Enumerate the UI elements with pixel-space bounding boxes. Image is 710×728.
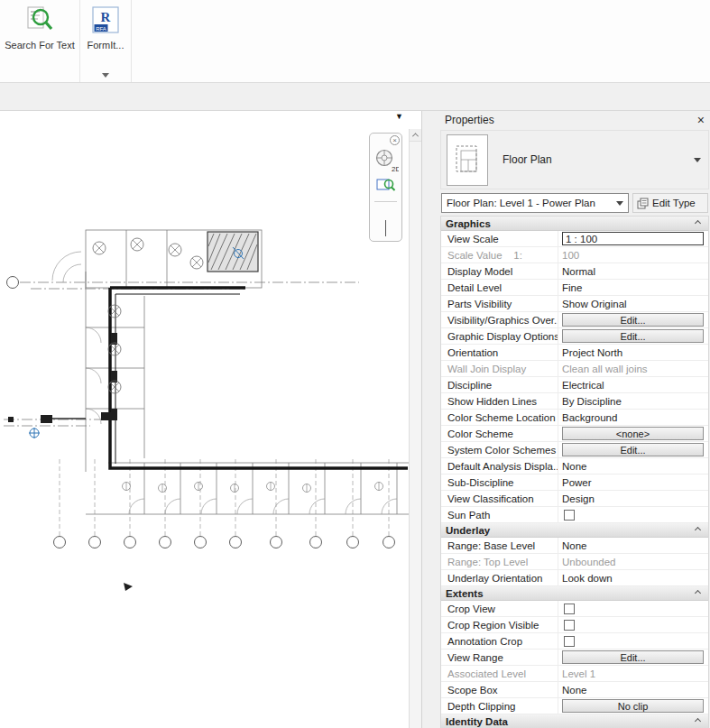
property-value-scope-box[interactable]: None [558, 682, 708, 697]
property-label: Underlay Orientation [441, 570, 558, 585]
property-row-view-classification: View ClassificationDesign [441, 491, 708, 507]
steering-wheel-button[interactable]: 2D [373, 148, 399, 173]
zoom-button[interactable] [376, 176, 396, 194]
property-value-view-classification[interactable]: Design [558, 491, 708, 506]
property-value-color-scheme: <none> [558, 426, 708, 441]
section-collapse-icon[interactable] [695, 527, 701, 533]
property-row-view-scale: View Scale1 : 100 [441, 231, 708, 247]
property-row-underlay-orientation: Underlay OrientationLook down [441, 570, 708, 586]
property-value-scale-value-1: 100 [558, 247, 708, 263]
property-row-discipline: DisciplineElectrical [441, 377, 708, 393]
property-label: Parts Visibility [441, 296, 558, 311]
property-row-annotation-crop: Annotation Crop [441, 633, 708, 650]
property-label: View Range [441, 650, 558, 665]
property-label: Crop View [441, 601, 558, 616]
property-value-display-model[interactable]: Normal [558, 263, 708, 279]
property-value-orientation[interactable]: Project North [558, 345, 708, 360]
property-label: Range: Base Level [441, 538, 558, 553]
checkbox-annotation-crop[interactable] [564, 636, 575, 647]
properties-palette: Properties × Floor Plan Floor Plan: Leve… [439, 111, 710, 728]
property-value-sub-discipline[interactable]: Power [558, 475, 708, 490]
section-collapse-icon[interactable] [695, 590, 701, 596]
property-button-visibility-graphics-over[interactable]: Edit... [562, 313, 704, 327]
property-value-discipline[interactable]: Electrical [558, 377, 708, 392]
checkbox-sun-path[interactable] [564, 510, 575, 521]
wheel-2d-label: 2D [392, 165, 399, 173]
property-row-scope-box: Scope BoxNone [441, 682, 708, 698]
section-collapse-icon[interactable] [695, 220, 701, 226]
property-value-show-hidden-lines[interactable]: By Discipline [558, 393, 708, 409]
formit-button[interactable]: R RFA FormIt... [80, 0, 131, 69]
property-row-range-top-level: Range: Top LevelUnbounded [441, 554, 708, 570]
section-header-extents[interactable]: Extents [441, 586, 708, 601]
navigation-bar[interactable]: × 2D [369, 133, 402, 242]
property-label: Discipline [441, 377, 558, 392]
chevron-down-icon [102, 73, 109, 78]
type-selector[interactable]: Floor Plan [440, 130, 709, 189]
section-header-underlay[interactable]: Underlay [441, 523, 708, 538]
section-collapse-icon[interactable] [695, 718, 701, 724]
property-row-range-base-level: Range: Base LevelNone [441, 538, 708, 554]
property-label: Graphic Display Options [441, 328, 558, 344]
property-label: Depth Clipping [441, 698, 558, 714]
property-button-system-color-schemes[interactable]: Edit... [562, 443, 704, 456]
property-button-depth-clipping[interactable]: No clip [562, 699, 704, 713]
property-label: Color Scheme Location [441, 410, 558, 425]
property-label: Scale Value 1: [441, 247, 558, 263]
property-value-default-analysis-displa[interactable]: None [558, 458, 708, 474]
property-row-visibility-graphics-over: Visibility/Graphics Over...Edit... [441, 312, 708, 328]
close-properties-icon[interactable]: × [697, 114, 705, 126]
properties-header[interactable]: Properties × [439, 111, 710, 129]
edit-type-label: Edit Type [652, 198, 696, 208]
property-value-color-scheme-location[interactable]: Background [558, 410, 708, 425]
scroll-up-button[interactable] [410, 129, 421, 142]
section-header-graphics[interactable]: Graphics [441, 217, 708, 231]
property-row-color-scheme: Color Scheme<none> [441, 426, 708, 442]
property-row-associated-level: Associated LevelLevel 1 [441, 666, 708, 682]
property-value-detail-level[interactable]: Fine [558, 280, 708, 295]
section-title: Graphics [446, 218, 696, 229]
checkbox-crop-view[interactable] [564, 604, 575, 614]
search-for-text-label: Search For Text [5, 40, 74, 51]
canvas-collapse-arrow[interactable]: ▼ [395, 113, 403, 121]
property-value-range-base-level[interactable]: None [558, 538, 708, 553]
ribbon-panel-formit: R RFA FormIt... [80, 0, 132, 82]
property-label: Associated Level [441, 666, 558, 681]
property-button-color-scheme[interactable]: <none> [562, 427, 704, 440]
navbar-menu-chevron-icon[interactable] [385, 221, 386, 237]
property-value-underlay-orientation[interactable]: Look down [558, 570, 708, 585]
ribbon-panel-search: Search For Text [0, 0, 80, 82]
property-value-crop-view [558, 601, 708, 616]
property-label: Sun Path [441, 507, 558, 522]
property-row-sub-discipline: Sub-DisciplinePower [441, 475, 708, 491]
property-row-crop-region-visible: Crop Region Visible [441, 617, 708, 633]
property-value-depth-clipping: No clip [558, 698, 708, 714]
property-row-graphic-display-options: Graphic Display OptionsEdit... [441, 328, 708, 345]
property-button-view-range[interactable]: Edit... [562, 650, 704, 664]
search-for-text-button[interactable]: Search For Text [0, 0, 79, 82]
drawing-canvas[interactable]: ▼ × 2D [0, 111, 422, 728]
property-label: Color Scheme [441, 426, 558, 441]
property-value-parts-visibility[interactable]: Show Original [558, 296, 708, 311]
property-button-graphic-display-options[interactable]: Edit... [562, 329, 704, 343]
property-row-wall-join-display: Wall Join DisplayClean all wall joins [441, 361, 708, 377]
property-row-system-color-schemes: System Color SchemesEdit... [441, 442, 708, 458]
edit-type-button[interactable]: Edit Type [632, 193, 708, 213]
property-label: View Scale [441, 231, 558, 246]
property-input-view-scale[interactable]: 1 : 100 [562, 232, 704, 245]
chevron-down-icon [616, 201, 623, 206]
floor-plan-thumbnail-icon [447, 134, 488, 186]
view-type-combobox[interactable]: Floor Plan: Level 1 - Power Plan [441, 193, 629, 213]
property-value-associated-level: Level 1 [558, 666, 708, 681]
property-row-orientation: OrientationProject North [441, 345, 708, 361]
property-row-depth-clipping: Depth ClippingNo clip [441, 698, 708, 714]
options-bar [0, 84, 710, 111]
canvas-scrollbar[interactable] [409, 129, 421, 728]
property-row-detail-level: Detail LevelFine [441, 280, 708, 296]
property-row-scale-value-1: Scale Value 1:100 [441, 247, 708, 263]
property-row-display-model: Display ModelNormal [441, 263, 708, 280]
formit-dropdown-arrow[interactable] [80, 69, 131, 82]
navbar-close-icon[interactable]: × [390, 135, 400, 145]
checkbox-crop-region-visible[interactable] [564, 620, 575, 631]
section-header-identity-data[interactable]: Identity Data [441, 714, 708, 728]
